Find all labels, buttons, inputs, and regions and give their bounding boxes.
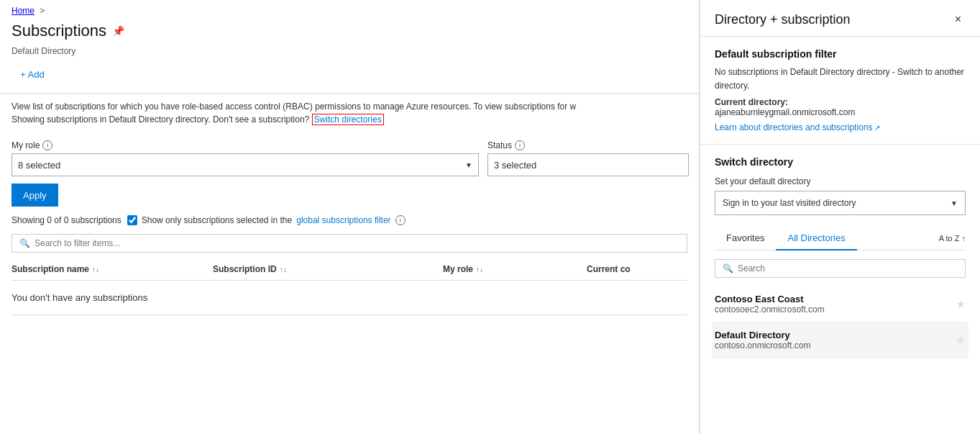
breadcrumb: Home > <box>0 0 699 19</box>
add-label: + Add <box>20 69 45 80</box>
switch-directories-link[interactable]: Switch directories <box>312 114 384 125</box>
learn-link[interactable]: Learn about directories and subscription… <box>715 122 880 132</box>
apply-button[interactable]: Apply <box>12 184 58 207</box>
status-info-icon[interactable]: i <box>515 140 525 150</box>
filters-section: My role i 8 selected ▼ Status i 3 select… <box>0 132 699 212</box>
table-container: Subscription name ↑↓ Subscription ID ↑↓ … <box>0 258 699 315</box>
filter-checkbox-container: Show only subscriptions selected in the … <box>127 215 406 225</box>
directory-info: Default Directory contoso.onmicrosoft.co… <box>715 330 810 351</box>
status-label: Status i <box>487 140 689 150</box>
showing-row: Showing 0 of 0 subscriptions Show only s… <box>0 212 699 228</box>
current-directory-value: ajaneaburnleygmail.onmicrosoft.com <box>715 107 966 117</box>
close-button[interactable]: × <box>951 12 966 27</box>
my-role-value: 8 selected <box>18 160 60 171</box>
main-content: Home > Subscriptions 📌 Default Directory… <box>0 0 700 434</box>
col-current-cost: Current co <box>587 264 687 274</box>
sort-subscription-name-icon[interactable]: ↑↓ <box>92 266 99 273</box>
sort-subscription-id-icon[interactable]: ↑↓ <box>280 266 287 273</box>
directory-domain: contosoec2.onmicrosoft.com <box>715 304 825 315</box>
directory-name: Default Directory <box>715 330 810 340</box>
directory-list-item[interactable]: Contoso East Coast contosoec2.onmicrosof… <box>715 286 966 322</box>
table-header: Subscription name ↑↓ Subscription ID ↑↓ … <box>12 258 687 281</box>
pin-icon[interactable]: 📌 <box>112 25 124 37</box>
default-directory-value: Sign in to your last visited directory <box>723 198 856 208</box>
my-role-chevron-icon: ▼ <box>465 161 472 169</box>
directory-search-input[interactable] <box>738 263 958 273</box>
panel-title: Directory + subscription <box>715 12 851 27</box>
directory-domain: contoso.onmicrosoft.com <box>715 340 810 351</box>
col-my-role: My role ↑↓ <box>443 264 587 274</box>
col-subscription-id: Subscription ID ↑↓ <box>213 264 443 274</box>
switch-directory-section: Switch directory Set your default direct… <box>700 145 980 370</box>
search-icon: 🔍 <box>19 238 30 248</box>
current-directory-label: Current directory: <box>715 97 966 107</box>
col-subscription-name: Subscription name ↑↓ <box>12 264 213 274</box>
global-filter-link[interactable]: global subscriptions filter <box>296 215 390 225</box>
default-directory-dropdown[interactable]: Sign in to your last visited directory ▼ <box>715 191 966 215</box>
add-button[interactable]: + Add <box>12 65 53 84</box>
filter-info-icon[interactable]: i <box>395 215 406 225</box>
page-subtitle: Default Directory <box>0 46 699 62</box>
directory-search-panel[interactable]: 🔍 <box>715 259 966 278</box>
tabs-row: Favorites All Directories A to Z ↑ <box>715 227 966 250</box>
my-role-filter-group: My role i 8 selected ▼ <box>12 140 479 176</box>
directory-list: Contoso East Coast contosoec2.onmicrosof… <box>715 286 966 358</box>
panel-header: Directory + subscription × <box>700 0 980 37</box>
filter-checkbox[interactable] <box>127 215 137 225</box>
default-directory-chevron-icon: ▼ <box>951 199 958 207</box>
directory-name: Contoso East Coast <box>715 294 825 304</box>
status-filter-group: Status i 3 selected <box>487 140 689 176</box>
filter-row: My role i 8 selected ▼ Status i 3 select… <box>12 140 687 176</box>
breadcrumb-separator: > <box>40 6 45 16</box>
directory-search-icon: 🔍 <box>723 263 733 273</box>
status-value: 3 selected <box>494 160 536 171</box>
directory-list-item[interactable]: Default Directory contoso.onmicrosoft.co… <box>712 322 968 358</box>
tab-favorites[interactable]: Favorites <box>715 227 776 250</box>
status-select[interactable]: 3 selected <box>487 153 689 176</box>
favorite-star-icon[interactable]: ★ <box>956 297 966 311</box>
checkbox-label: Show only subscriptions selected in the <box>142 215 292 225</box>
default-filter-section: Default subscription filter No subscript… <box>700 37 980 145</box>
my-role-select[interactable]: 8 selected ▼ <box>12 153 479 176</box>
my-role-label: My role i <box>12 140 479 150</box>
description-text: View list of subscriptions for which you… <box>0 94 699 132</box>
tab-items: Favorites All Directories <box>715 227 857 250</box>
switch-directory-title: Switch directory <box>715 156 966 168</box>
page-header: Subscriptions 📌 <box>0 19 699 46</box>
directory-info: Contoso East Coast contosoec2.onmicrosof… <box>715 294 825 315</box>
tab-all-directories[interactable]: All Directories <box>776 227 856 250</box>
description-line1: View list of subscriptions for which you… <box>12 100 687 113</box>
side-panel: Directory + subscription × Default subsc… <box>700 0 980 434</box>
search-bar[interactable]: 🔍 <box>12 234 687 253</box>
set-default-label: Set your default directory <box>715 176 966 186</box>
search-input[interactable] <box>35 238 679 248</box>
home-link[interactable]: Home <box>12 6 35 16</box>
showing-text: Showing 0 of 0 subscriptions <box>12 215 122 225</box>
sort-my-role-icon[interactable]: ↑↓ <box>476 266 483 273</box>
default-filter-title: Default subscription filter <box>715 48 966 60</box>
sort-label[interactable]: A to Z ↑ <box>939 234 966 243</box>
table-empty-message: You don't have any subscriptions <box>12 281 687 315</box>
default-filter-message: No subscriptions in Default Directory di… <box>715 65 966 93</box>
page-title: Subscriptions <box>12 22 106 40</box>
my-role-info-icon[interactable]: i <box>42 140 52 150</box>
description-line2: Showing subscriptions in Default Directo… <box>12 113 687 126</box>
favorite-star-icon[interactable]: ★ <box>956 333 966 347</box>
